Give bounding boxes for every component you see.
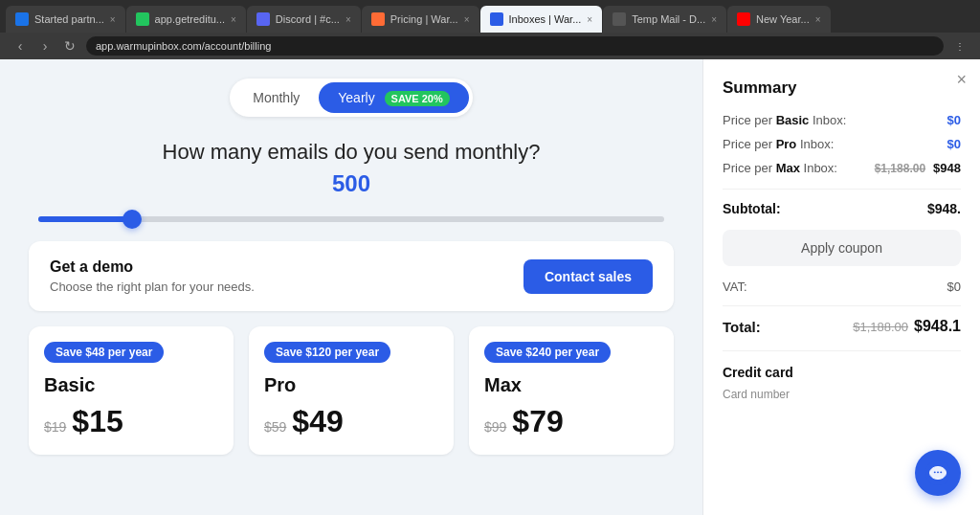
email-question-text: How many emails do you send monthly? bbox=[29, 140, 674, 165]
close-button[interactable]: × bbox=[956, 71, 967, 88]
email-count: 500 bbox=[29, 170, 674, 197]
demo-title: Get a demo bbox=[50, 258, 255, 276]
basic-new-price: $15 bbox=[72, 404, 122, 439]
tab-favicon-5 bbox=[490, 12, 503, 26]
price-max-old: $1,188.00 bbox=[875, 162, 925, 175]
contact-sales-button[interactable]: Contact sales bbox=[523, 259, 653, 294]
back-button[interactable]: ‹ bbox=[11, 38, 29, 54]
subtotal-label: Subtotal: bbox=[723, 201, 781, 216]
demo-text: Get a demo Choose the right plan for you… bbox=[50, 258, 255, 294]
max-plan-name: Max bbox=[484, 374, 658, 396]
basic-price-row: $19 $15 bbox=[44, 404, 218, 439]
tab-label-1: Started partn... bbox=[34, 13, 104, 25]
total-old-price: $1,188.00 bbox=[853, 320, 908, 334]
tab-label-5: Inboxes | War... bbox=[509, 13, 582, 25]
tab-close-3[interactable]: × bbox=[345, 14, 351, 25]
total-row: Total: $1,188.00 $948.1 bbox=[723, 305, 961, 335]
price-max-row: Price per Max Inbox: $1,188.00 $948 bbox=[723, 161, 961, 175]
forward-button[interactable]: › bbox=[36, 38, 54, 54]
tab-5[interactable]: Inboxes | War... × bbox=[480, 6, 603, 33]
yearly-label: Yearly bbox=[338, 90, 374, 105]
max-save-tag: Save $240 per year bbox=[484, 342, 611, 363]
main-layout: Monthly Yearly SAVE 20% How many emails … bbox=[0, 59, 980, 515]
browser-toolbar: ‹ › ↻ app.warmupinbox.com/account/billin… bbox=[0, 33, 980, 59]
tab-favicon-6 bbox=[612, 12, 626, 26]
price-max-values: $1,188.00 $948 bbox=[875, 161, 961, 175]
tab-4[interactable]: Pricing | War... × bbox=[362, 6, 479, 33]
tab-close-1[interactable]: × bbox=[110, 14, 116, 25]
total-label: Total: bbox=[723, 319, 761, 335]
pricing-cards: Save $48 per year Basic $19 $15 Save $12… bbox=[29, 326, 674, 455]
price-basic-value: $0 bbox=[947, 113, 961, 127]
price-pro-value: $0 bbox=[947, 137, 961, 151]
price-basic-bold: Basic bbox=[776, 113, 810, 127]
tab-favicon-7 bbox=[737, 12, 750, 26]
subtotal-value: $948. bbox=[927, 201, 961, 216]
card-number-label: Card number bbox=[723, 388, 961, 401]
price-basic-row: Price per Basic Inbox: $0 bbox=[723, 113, 961, 127]
total-prices: $1,188.00 $948.1 bbox=[853, 318, 961, 335]
yearly-toggle[interactable]: Yearly SAVE 20% bbox=[319, 82, 469, 113]
email-slider-container bbox=[29, 216, 674, 222]
price-max-new: $948 bbox=[933, 161, 961, 175]
pro-price-row: $59 $49 bbox=[264, 404, 438, 439]
vat-value: $0 bbox=[947, 280, 961, 294]
pro-plan-name: Pro bbox=[264, 374, 438, 396]
slider-fill bbox=[38, 216, 132, 222]
browser-menu-icon[interactable]: ⋮ bbox=[951, 37, 969, 55]
demo-subtitle: Choose the right plan for your needs. bbox=[50, 280, 255, 294]
price-pro-row: Price per Pro Inbox: $0 bbox=[723, 137, 961, 151]
vat-row: VAT: $0 bbox=[723, 280, 961, 294]
tab-2[interactable]: app.getreditu... × bbox=[126, 6, 246, 33]
svg-point-4 bbox=[937, 471, 939, 473]
max-new-price: $79 bbox=[512, 404, 563, 439]
tab-label-6: Temp Mail - D... bbox=[632, 13, 705, 25]
tab-label-7: New Year... bbox=[756, 13, 810, 25]
slider-track bbox=[38, 216, 664, 222]
subtotal-row: Subtotal: $948. bbox=[723, 189, 961, 216]
tab-1[interactable]: Started partn... × bbox=[6, 6, 125, 33]
url-text: app.warmupinbox.com/account/billing bbox=[96, 40, 271, 52]
browser-chrome: Started partn... × app.getreditu... × Di… bbox=[0, 0, 980, 59]
svg-point-5 bbox=[940, 471, 942, 473]
max-old-price: $99 bbox=[484, 419, 506, 435]
browser-icons: ⋮ bbox=[951, 37, 969, 55]
content-area: Monthly Yearly SAVE 20% How many emails … bbox=[0, 59, 702, 515]
pro-old-price: $59 bbox=[264, 419, 286, 435]
credit-card-title: Credit card bbox=[723, 365, 961, 380]
tab-favicon-3 bbox=[256, 12, 270, 26]
pro-new-price: $49 bbox=[292, 404, 343, 439]
slider-thumb[interactable] bbox=[122, 210, 142, 229]
tab-close-6[interactable]: × bbox=[711, 14, 717, 25]
tab-close-5[interactable]: × bbox=[587, 14, 592, 25]
chat-widget[interactable] bbox=[915, 450, 961, 496]
pricing-card-basic: Save $48 per year Basic $19 $15 bbox=[29, 326, 234, 455]
svg-point-3 bbox=[934, 471, 936, 473]
save-badge: SAVE 20% bbox=[385, 91, 450, 106]
tab-6[interactable]: Temp Mail - D... × bbox=[603, 6, 726, 33]
tab-close-7[interactable]: × bbox=[815, 14, 821, 25]
tab-3[interactable]: Discord | #c... × bbox=[247, 6, 361, 33]
basic-plan-name: Basic bbox=[44, 374, 218, 396]
monthly-toggle[interactable]: Monthly bbox=[234, 82, 319, 113]
tab-label-3: Discord | #c... bbox=[276, 13, 340, 25]
reload-button[interactable]: ↻ bbox=[61, 38, 78, 54]
vat-label: VAT: bbox=[723, 280, 747, 294]
apply-coupon-button[interactable]: Apply coupon bbox=[723, 230, 961, 266]
tab-label-4: Pricing | War... bbox=[390, 13, 458, 25]
pricing-card-max: Save $240 per year Max $99 $79 bbox=[469, 326, 674, 455]
address-bar[interactable]: app.warmupinbox.com/account/billing bbox=[86, 36, 944, 56]
tab-7[interactable]: New Year... × bbox=[727, 6, 831, 33]
price-basic-label: Price per Basic Inbox: bbox=[723, 113, 846, 127]
credit-card-section: Credit card Card number bbox=[723, 350, 961, 401]
tab-favicon-2 bbox=[136, 12, 149, 26]
browser-tabs: Started partn... × app.getreditu... × Di… bbox=[0, 0, 980, 33]
summary-title: Summary bbox=[723, 78, 961, 98]
tab-close-2[interactable]: × bbox=[231, 14, 236, 25]
billing-toggle: Monthly Yearly SAVE 20% bbox=[230, 78, 473, 117]
max-price-row: $99 $79 bbox=[484, 404, 658, 439]
tab-close-4[interactable]: × bbox=[464, 14, 470, 25]
basic-save-tag: Save $48 per year bbox=[44, 342, 164, 363]
email-question-section: How many emails do you send monthly? 500 bbox=[29, 140, 674, 197]
basic-old-price: $19 bbox=[44, 419, 66, 435]
